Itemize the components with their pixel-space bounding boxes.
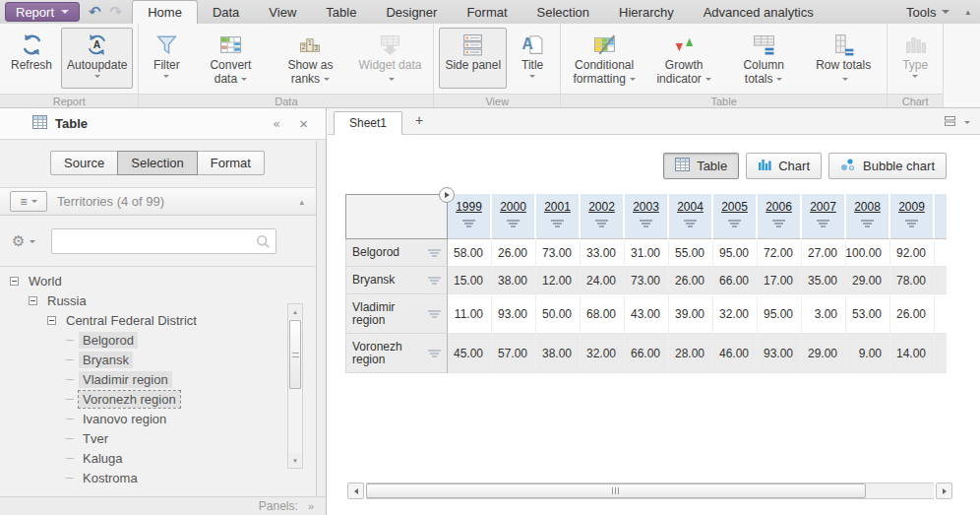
tree-item-label[interactable]: Tver bbox=[79, 430, 112, 447]
tree-collapse-icon[interactable] bbox=[29, 296, 37, 305]
search-box bbox=[51, 228, 276, 254]
row-header-cell[interactable]: Voronezh region bbox=[345, 334, 448, 373]
conditional-formatting-button[interactable]: Conditional formatting bbox=[566, 28, 643, 89]
tree-scrollbar-thumb[interactable] bbox=[289, 320, 301, 389]
tree-item-label[interactable]: Voronezh region bbox=[79, 391, 180, 408]
menu-tab-hierarchy[interactable]: Hierarchy bbox=[604, 1, 689, 24]
tree-item-label[interactable]: Vladimir region bbox=[79, 371, 172, 388]
year-link[interactable]: 2007 bbox=[810, 200, 836, 214]
filter-icon[interactable] bbox=[728, 220, 741, 227]
year-link[interactable]: 2005 bbox=[721, 200, 748, 214]
tree-item-label[interactable]: Bryansk bbox=[79, 352, 133, 368]
filter-icon[interactable] bbox=[772, 220, 785, 227]
search-input[interactable] bbox=[51, 228, 276, 254]
collapse-section-icon[interactable]: ▴ bbox=[299, 197, 304, 207]
menu-tab-format[interactable]: Format bbox=[452, 1, 521, 24]
side-panel-button[interactable]: Side panel bbox=[439, 28, 507, 89]
report-button[interactable]: Report bbox=[5, 2, 80, 22]
year-link[interactable]: 2000 bbox=[500, 200, 526, 214]
side-panel-tab-selection[interactable]: Selection bbox=[117, 151, 197, 175]
filter-button[interactable]: Filter bbox=[144, 28, 189, 89]
filter-icon[interactable] bbox=[684, 220, 697, 227]
menu-tab-view[interactable]: View bbox=[254, 1, 311, 24]
sheet-tab[interactable]: Sheet1 bbox=[334, 111, 402, 135]
show-as-ranks-button[interactable]: 213Show as ranks bbox=[272, 28, 348, 89]
year-link[interactable]: 2006 bbox=[766, 200, 792, 214]
panels-expand-icon[interactable]: » bbox=[308, 500, 314, 512]
tree-item-label[interactable]: Central Federal District bbox=[62, 312, 201, 329]
tree-item-label[interactable]: World bbox=[25, 273, 66, 290]
filter-icon[interactable] bbox=[595, 220, 608, 227]
year-link[interactable]: 2003 bbox=[633, 200, 659, 214]
menu-tab-data[interactable]: Data bbox=[198, 1, 254, 24]
chevron-down-icon[interactable] bbox=[964, 121, 970, 124]
scroll-up-icon[interactable]: ▴ bbox=[288, 304, 302, 319]
filter-icon[interactable] bbox=[428, 350, 441, 357]
refresh-button[interactable]: Refresh bbox=[5, 28, 58, 89]
year-link[interactable]: 2001 bbox=[544, 200, 571, 214]
chevron-down-icon bbox=[705, 78, 711, 81]
menu-tab-designer[interactable]: Designer bbox=[371, 1, 452, 24]
filter-icon[interactable] bbox=[905, 220, 918, 227]
side-panel-tab-source[interactable]: Source bbox=[50, 151, 118, 175]
tools-menu[interactable]: Tools bbox=[906, 5, 949, 20]
undo-icon[interactable]: ↶ bbox=[89, 2, 101, 22]
table-value-cell: 73.00 bbox=[536, 239, 581, 267]
tree-collapse-icon[interactable] bbox=[10, 277, 19, 286]
hierarchy-menu-button[interactable]: ≡ bbox=[10, 191, 47, 212]
filter-icon[interactable] bbox=[507, 220, 520, 227]
view-button-chart[interactable]: Chart bbox=[746, 153, 822, 179]
filter-icon[interactable] bbox=[861, 220, 874, 227]
settings-menu-button[interactable]: ⚙ bbox=[12, 232, 35, 250]
view-button-bubble-chart[interactable]: Bubble chart bbox=[828, 153, 947, 179]
row-header-cell[interactable]: Vladimir region bbox=[345, 294, 448, 334]
add-sheet-button[interactable]: + bbox=[402, 112, 436, 134]
collapse-ribbon-icon[interactable]: ▴ bbox=[965, 7, 970, 17]
tree-item-label[interactable]: Kaluga bbox=[79, 450, 126, 467]
tree-collapse-icon[interactable] bbox=[47, 316, 56, 325]
ribbon-button-label: Type bbox=[902, 58, 928, 78]
redo-icon[interactable]: ↷ bbox=[110, 2, 123, 22]
scroll-left-icon[interactable] bbox=[347, 483, 364, 499]
scrollbar-track[interactable] bbox=[366, 483, 934, 499]
tree-item-label[interactable]: Russia bbox=[43, 292, 91, 309]
close-panel-icon[interactable]: × bbox=[299, 115, 308, 132]
tree-item-label[interactable]: Belgorod bbox=[79, 332, 138, 349]
tree-item-label[interactable]: Kostroma bbox=[79, 470, 142, 486]
menu-tab-selection[interactable]: Selection bbox=[522, 1, 604, 24]
filter-icon[interactable] bbox=[462, 220, 475, 227]
growth-indicator-button[interactable]: Growth indicator bbox=[645, 28, 722, 89]
expand-header-button[interactable] bbox=[439, 187, 455, 203]
year-link[interactable]: 2004 bbox=[677, 200, 704, 214]
menu-tab-table[interactable]: Table bbox=[311, 1, 371, 24]
filter-icon[interactable] bbox=[551, 220, 564, 227]
year-link[interactable]: 2002 bbox=[588, 200, 615, 214]
tree-item-label[interactable]: Ivanovo region bbox=[79, 411, 170, 427]
row-header-cell[interactable]: Bryansk bbox=[345, 267, 448, 294]
year-link[interactable]: 2009 bbox=[898, 200, 925, 214]
autoupdate-button[interactable]: AAutoupdate bbox=[61, 28, 133, 89]
convert-data-button[interactable]: Convert data bbox=[192, 28, 269, 89]
row-header-cell[interactable]: Belgorod bbox=[345, 239, 448, 267]
table-value-cell: 15.00 bbox=[448, 267, 492, 294]
view-button-table[interactable]: Table bbox=[663, 153, 739, 179]
filter-icon[interactable] bbox=[428, 249, 441, 257]
scroll-down-icon[interactable]: ▾ bbox=[288, 453, 302, 468]
year-link[interactable]: 1999 bbox=[456, 200, 482, 214]
column-totals-button[interactable]: Column totals bbox=[725, 28, 802, 89]
filter-icon[interactable] bbox=[817, 220, 829, 227]
year-link[interactable]: 2008 bbox=[854, 200, 881, 214]
collapse-panel-icon[interactable]: « bbox=[273, 116, 280, 131]
sheet-list-icon[interactable] bbox=[944, 115, 956, 130]
scrollbar-thumb[interactable] bbox=[366, 483, 866, 498]
side-panel-tab-format[interactable]: Format bbox=[197, 151, 265, 175]
scroll-right-icon[interactable] bbox=[936, 483, 952, 499]
menu-tab-advanced-analytics[interactable]: Advanced analytics bbox=[689, 1, 828, 24]
menu-tab-home[interactable]: Home bbox=[132, 0, 198, 24]
row-totals-button[interactable]: Row totals bbox=[805, 28, 882, 89]
title-button[interactable]: ATitle bbox=[510, 28, 555, 89]
filter-icon[interactable] bbox=[428, 310, 441, 318]
label-text: Show as ranks bbox=[287, 58, 333, 86]
filter-icon[interactable] bbox=[640, 220, 652, 227]
filter-icon[interactable] bbox=[428, 277, 441, 285]
